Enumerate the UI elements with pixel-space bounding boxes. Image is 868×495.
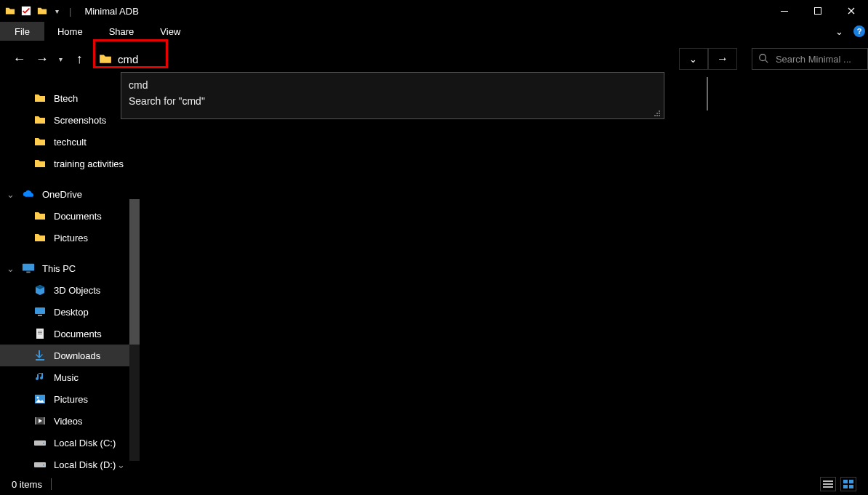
search-box[interactable]: Search Minimal ... xyxy=(752,48,868,70)
navpane-item-documents-od[interactable]: Documents xyxy=(0,205,140,227)
svg-rect-4 xyxy=(23,264,34,271)
svg-rect-34 xyxy=(849,485,853,488)
navpane-item-label: techcult xyxy=(54,137,87,148)
address-history-button[interactable]: ⌄ xyxy=(679,48,708,70)
navpane-item-documents[interactable]: Documents xyxy=(0,323,140,345)
svg-point-24 xyxy=(659,113,660,114)
chevron-right-icon[interactable]: ⌄ xyxy=(6,263,15,274)
navpane-item-label: Btech xyxy=(54,93,78,104)
window-title: Minimal ADB xyxy=(84,6,138,17)
qat-folder-icon[interactable] xyxy=(36,5,48,17)
navpane-item-label: Pictures xyxy=(54,233,88,244)
status-separator xyxy=(51,478,52,490)
folder-icon xyxy=(33,113,47,126)
svg-rect-31 xyxy=(843,480,848,483)
folder-icon xyxy=(33,135,47,148)
svg-rect-5 xyxy=(26,272,30,273)
svg-rect-6 xyxy=(35,307,45,314)
resize-grip-icon[interactable] xyxy=(652,108,661,116)
navpane-item-screenshots[interactable]: Screenshots xyxy=(0,109,140,131)
file-tab[interactable]: File xyxy=(0,22,44,41)
address-input[interactable] xyxy=(118,53,161,65)
navpane-item-label: Local Disk (C:) xyxy=(54,438,116,448)
navpane-thispc[interactable]: ⌄ This PC xyxy=(0,257,140,279)
navpane-item-music[interactable]: Music xyxy=(0,366,140,388)
desktop-icon xyxy=(33,305,47,318)
navpane-item-label: Videos xyxy=(54,416,83,427)
address-bar[interactable] xyxy=(97,48,664,70)
svg-rect-7 xyxy=(38,315,42,316)
svg-rect-1 xyxy=(781,11,788,12)
autocomplete-search-for[interactable]: Search for "cmd" xyxy=(129,93,656,109)
svg-rect-17 xyxy=(44,417,45,424)
svg-point-27 xyxy=(659,110,660,112)
navpane-item-pictures[interactable]: Pictures xyxy=(0,388,140,410)
3dobjects-icon xyxy=(33,283,47,297)
chevron-right-icon[interactable]: ⌄ xyxy=(6,189,15,200)
navpane-item-label: This PC xyxy=(42,263,76,274)
chevron-down-icon[interactable]: ⌄ xyxy=(116,459,125,470)
svg-rect-28 xyxy=(823,480,833,482)
navpane-item-localdisk-d[interactable]: ⌄ Local Disk (D:) xyxy=(0,454,140,475)
details-view-button[interactable] xyxy=(820,477,836,491)
svg-rect-10 xyxy=(38,332,42,333)
navpane-item-label: Documents xyxy=(54,329,102,339)
navpane-item-localdisk-c[interactable]: Local Disk (C:) xyxy=(0,432,140,454)
folder-app-icon xyxy=(4,5,16,17)
help-icon[interactable]: ? xyxy=(853,25,865,37)
drive-icon xyxy=(33,436,47,449)
ribbon-tab-home[interactable]: Home xyxy=(44,22,96,41)
ribbon-tab-share[interactable]: Share xyxy=(96,22,148,41)
pictures-icon xyxy=(33,393,47,406)
close-button[interactable] xyxy=(835,0,868,22)
titlebar: ▾ | Minimal ADB xyxy=(0,0,868,22)
navpane-item-label: training activities xyxy=(54,158,124,169)
navigation-pane[interactable]: Btech Screenshots techcult training acti… xyxy=(0,77,140,473)
navpane-item-desktop[interactable]: Desktop xyxy=(0,301,140,323)
up-button[interactable]: ↑ xyxy=(71,49,89,69)
autocomplete-suggestion[interactable]: cmd xyxy=(129,77,656,93)
divider xyxy=(707,77,708,110)
content-area[interactable] xyxy=(140,77,868,473)
svg-rect-9 xyxy=(38,331,42,331)
thumbnails-view-button[interactable] xyxy=(840,477,856,491)
back-button[interactable]: ← xyxy=(10,49,28,69)
expand-ribbon-icon[interactable]: ⌄ xyxy=(831,26,848,37)
svg-rect-29 xyxy=(823,483,833,485)
downloads-icon xyxy=(33,349,47,362)
navpane-item-videos[interactable]: Videos xyxy=(0,410,140,432)
navpane-item-label: Documents xyxy=(54,211,102,222)
navpane-item-label: Screenshots xyxy=(54,115,106,126)
qat-dropdown[interactable]: ▾ xyxy=(52,7,62,15)
navpane-item-label: Local Disk (D:) xyxy=(54,459,116,470)
svg-rect-11 xyxy=(38,334,42,334)
thispc-icon xyxy=(22,262,35,275)
navpane-item-3dobjects[interactable]: 3D Objects xyxy=(0,279,140,301)
ribbon-tab-view[interactable]: View xyxy=(147,22,193,41)
maximize-button[interactable] xyxy=(801,0,835,22)
refresh-button[interactable]: → xyxy=(708,48,737,70)
navpane-scrollbar-thumb[interactable] xyxy=(129,199,140,345)
navpane-item-btech[interactable]: Btech xyxy=(0,87,140,109)
forward-button[interactable]: → xyxy=(33,49,51,69)
address-autocomplete: cmd Search for "cmd" xyxy=(121,72,664,119)
minimize-button[interactable] xyxy=(768,0,801,22)
folder-icon xyxy=(33,157,47,170)
navpane-item-downloads[interactable]: Downloads xyxy=(0,345,140,366)
navpane-item-training[interactable]: training activities xyxy=(0,153,140,174)
svg-rect-30 xyxy=(823,486,833,488)
qat-customize-icon[interactable] xyxy=(20,5,32,17)
status-item-count: 0 items xyxy=(12,479,42,490)
recent-locations-button[interactable]: ▾ xyxy=(55,49,65,69)
drive-icon xyxy=(33,458,47,471)
search-icon xyxy=(758,53,768,65)
documents-icon xyxy=(33,327,47,340)
navpane-item-label: OneDrive xyxy=(42,189,82,200)
onedrive-icon xyxy=(22,188,35,201)
navpane-item-techcult[interactable]: techcult xyxy=(0,131,140,153)
svg-point-26 xyxy=(656,113,658,114)
ribbon-tabs: File Home Share View ⌄ ? xyxy=(0,22,868,41)
navpane-onedrive[interactable]: ⌄ OneDrive xyxy=(0,183,140,205)
navpane-item-pictures-od[interactable]: Pictures xyxy=(0,227,140,249)
titlebar-separator: | xyxy=(66,6,74,17)
